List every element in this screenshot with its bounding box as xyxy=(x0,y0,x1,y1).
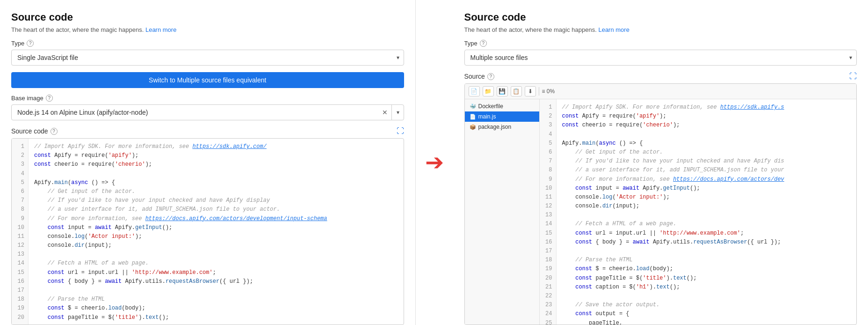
right-title: Source code xyxy=(464,11,857,23)
toolbar-download-btn[interactable]: ⬇ xyxy=(525,86,536,96)
left-base-image-label-row: Base image ? xyxy=(11,95,404,102)
left-type-help-icon[interactable]: ? xyxy=(27,40,34,47)
right-subtitle: The heart of the actor, where the magic … xyxy=(464,26,857,33)
right-code-content[interactable]: // Import Apify SDK. For more informatio… xyxy=(557,99,857,325)
left-source-header: Source code ? ⛶ xyxy=(11,127,404,135)
toolbar-zoom-text: ≡ 0% xyxy=(542,88,555,95)
editor-body: 🐳 Dockerfile 📄 main.js 📦 package.json 12… xyxy=(465,99,857,325)
editor-main: 12345 678910 1112131415 1617181920 21222… xyxy=(540,99,857,325)
right-type-select-wrapper: Multiple source files ▾ xyxy=(464,50,857,66)
file-mainjs[interactable]: 📄 main.js xyxy=(465,111,539,122)
left-learn-more-link[interactable]: Learn more xyxy=(145,26,176,33)
left-expand-icon[interactable]: ⛶ xyxy=(397,127,404,135)
right-type-select[interactable]: Multiple source files xyxy=(464,50,857,66)
right-type-help-icon[interactable]: ? xyxy=(480,40,487,47)
left-line-numbers: 12345 678910 1112131415 1617181920 xyxy=(12,139,29,325)
mainjs-icon: 📄 xyxy=(470,114,476,120)
file-tree: 🐳 Dockerfile 📄 main.js 📦 package.json xyxy=(465,99,540,325)
left-source-title-row: Source code ? xyxy=(11,127,58,135)
right-line-numbers: 12345 678910 1112131415 1617181920 21222… xyxy=(540,99,557,325)
toolbar-new-file-btn[interactable]: 📄 xyxy=(469,86,480,96)
right-source-title-row: Source ? xyxy=(464,73,494,80)
dockerfile-icon: 🐳 xyxy=(470,103,476,110)
right-panel: Source code The heart of the actor, wher… xyxy=(453,0,868,325)
mainjs-label: main.js xyxy=(478,113,496,120)
left-base-image-value[interactable]: Node.js 14 on Alpine Linux (apify/actor-… xyxy=(11,104,404,120)
left-source-code-section: Source code ? ⛶ 12345 678910 1112131415 … xyxy=(11,127,404,325)
dockerfile-label: Dockerfile xyxy=(478,103,503,110)
left-type-select-wrapper: Single JavaScript file ▾ xyxy=(11,50,404,66)
toolbar-copy-btn[interactable]: 📋 xyxy=(511,86,522,96)
right-type-label-row: Type ? xyxy=(464,40,857,47)
right-expand-icon[interactable]: ⛶ xyxy=(849,72,857,81)
left-code-content[interactable]: // Import Apify SDK. For more informatio… xyxy=(29,139,404,325)
right-source-help-icon[interactable]: ? xyxy=(487,73,494,80)
right-source-header: Source ? ⛶ xyxy=(464,72,857,81)
right-code-editor[interactable]: 📄 📁 💾 📋 ⬇ ≡ 0% 🐳 Dockerfile 📄 main.js xyxy=(464,83,857,325)
toolbar-new-folder-btn[interactable]: 📁 xyxy=(483,86,494,96)
left-panel: Source code The heart of the actor, wher… xyxy=(0,0,416,325)
right-type-label: Type xyxy=(464,40,477,47)
left-type-select[interactable]: Single JavaScript file xyxy=(11,50,404,66)
file-packagejson[interactable]: 📦 package.json xyxy=(465,122,539,132)
left-source-label: Source code xyxy=(11,127,48,135)
switch-to-multiple-button[interactable]: Switch to Multiple source files equivale… xyxy=(11,72,404,88)
right-arrow-icon: ➔ xyxy=(425,151,444,174)
left-source-help-icon[interactable]: ? xyxy=(51,128,58,135)
toolbar-separator xyxy=(539,87,539,96)
editor-toolbar: 📄 📁 💾 📋 ⬇ ≡ 0% xyxy=(465,84,857,99)
left-base-image-actions: ✕ ▾ xyxy=(378,104,404,120)
file-dockerfile[interactable]: 🐳 Dockerfile xyxy=(465,101,539,111)
right-source-code-section: Source ? ⛶ 📄 📁 💾 📋 ⬇ ≡ 0% 🐳 Dockerfile xyxy=(464,72,857,325)
packagejson-icon: 📦 xyxy=(470,124,476,130)
packagejson-label: package.json xyxy=(478,124,512,130)
arrow-container: ➔ xyxy=(416,0,453,325)
left-base-image-label: Base image xyxy=(11,95,43,102)
toolbar-save-btn[interactable]: 💾 xyxy=(497,86,508,96)
left-base-image-clear-icon[interactable]: ✕ xyxy=(378,104,392,120)
left-subtitle: The heart of the actor, where the magic … xyxy=(11,26,404,33)
left-title: Source code xyxy=(11,11,404,23)
left-type-label-row: Type ? xyxy=(11,40,404,47)
left-base-image-wrapper: Node.js 14 on Alpine Linux (apify/actor-… xyxy=(11,104,404,120)
right-learn-more-link[interactable]: Learn more xyxy=(598,26,629,33)
left-code-editor[interactable]: 12345 678910 1112131415 1617181920 // Im… xyxy=(11,138,404,325)
left-base-image-help-icon[interactable]: ? xyxy=(46,95,53,102)
left-base-image-chevron-icon[interactable]: ▾ xyxy=(392,104,404,120)
left-type-label: Type xyxy=(11,40,24,47)
right-source-label: Source xyxy=(464,73,485,80)
